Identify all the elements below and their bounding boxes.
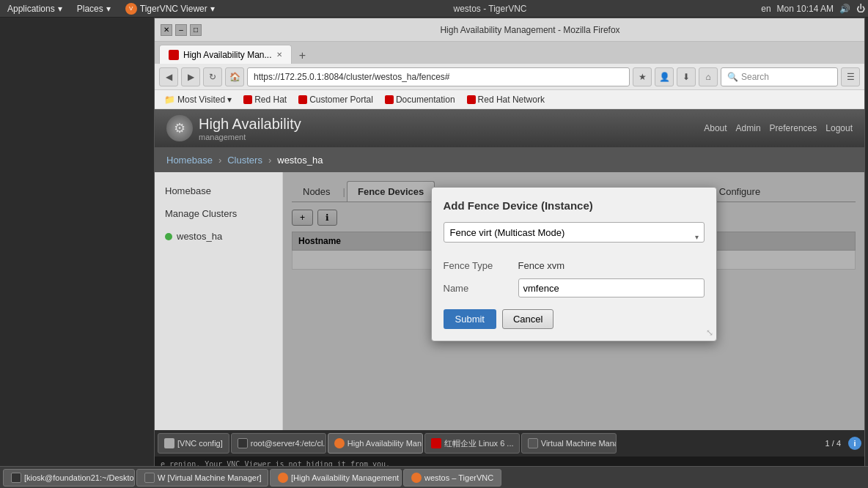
terminal-icon <box>238 438 248 448</box>
window-title: westos - TigerVNC <box>454 4 527 14</box>
ha-main: Homebase Manage Clusters westos_ha Nodes <box>155 172 864 430</box>
firefox-task-icon <box>278 473 288 483</box>
ha-header: ⚙ High Availability management About Adm… <box>155 109 864 147</box>
download-button[interactable]: ⬇ <box>677 67 696 86</box>
header-logout-link[interactable]: Logout <box>825 123 853 133</box>
new-tab-button[interactable]: + <box>295 48 311 64</box>
power-icon[interactable]: ⏻ <box>856 4 865 14</box>
submit-button[interactable]: Submit <box>444 309 496 329</box>
header-about-link[interactable]: About <box>704 123 727 133</box>
tab-favicon <box>169 50 179 60</box>
bookmark-red-hat[interactable]: Red Hat <box>240 93 290 106</box>
bookmark-label: Documentation <box>396 95 455 105</box>
vm-manager-icon <box>528 438 538 448</box>
docs-favicon <box>385 95 394 104</box>
ff-close-button[interactable]: ✕ <box>161 24 172 36</box>
bookmark-label: Customer Portal <box>309 95 373 105</box>
volume-icon[interactable]: 🔊 <box>839 4 850 14</box>
redhat-favicon <box>243 95 252 104</box>
breadcrumb-clusters[interactable]: Clusters <box>227 155 262 166</box>
bookmark-label: Most Visited <box>177 95 225 105</box>
bookmark-icon: 📁 <box>164 95 175 105</box>
cluster-label: westos_ha <box>177 231 222 242</box>
name-label: Name <box>444 283 510 294</box>
sidebar-item-manage-clusters[interactable]: Manage Clusters <box>155 202 282 225</box>
ff-maximize-button[interactable]: □ <box>190 24 202 36</box>
modal-buttons: Submit Cancel <box>444 309 705 329</box>
vm-task-icon <box>144 473 155 483</box>
host-applications-menu[interactable]: Applications ▾ <box>3 2 67 15</box>
search-placeholder: Search <box>741 72 769 82</box>
chevron-down-icon: ▾ <box>106 4 111 14</box>
identity-button[interactable]: 👤 <box>655 67 674 86</box>
sidebar-item-homebase[interactable]: Homebase <box>155 180 282 202</box>
vnc-task-terminal[interactable]: root@server4:/etc/cl... <box>231 433 326 454</box>
tab-close-button[interactable]: ✕ <box>276 51 282 59</box>
vnc-task-ha[interactable]: High Availability Man... <box>328 433 423 454</box>
breadcrumb-separator-1: › <box>218 155 221 166</box>
chevron-down-icon: ▾ <box>58 4 62 14</box>
bookmark-most-visited[interactable]: 📁 Most Visited ▾ <box>161 93 235 106</box>
host-task-vm-manager[interactable]: W [Virtual Machine Manager] <box>136 469 268 487</box>
time-display: Mon 10:14 AM <box>777 4 834 14</box>
ha-content-area: Nodes | Fence Devices | Failover Domains… <box>283 172 864 430</box>
host-taskbar: Applications ▾ Places ▾ V TigerVNC Viewe… <box>0 0 868 18</box>
header-admin-link[interactable]: Admin <box>736 123 761 133</box>
ha-logo-icon: ⚙ <box>166 115 193 141</box>
menu-button[interactable]: ☰ <box>841 67 860 86</box>
host-task-tigervnc[interactable]: westos – TigerVNC <box>403 469 501 487</box>
vnc-task-vm-manager[interactable]: Virtual Machine Mana... <box>521 433 617 454</box>
host-task-terminal[interactable]: [kiosk@foundation21:~/Desktop] <box>3 469 135 487</box>
host-places-menu[interactable]: Places ▾ <box>73 2 115 15</box>
bookmark-rhn[interactable]: Red Hat Network <box>463 93 548 106</box>
vnc-taskbar: [VNC config] root@server4:/etc/cl... Hig… <box>155 430 864 456</box>
places-label: Places <box>77 4 103 14</box>
host-task-firefox[interactable]: [High Availability Management – ... <box>270 469 402 487</box>
host-bottom-taskbar: [kiosk@foundation21:~/Desktop] W [Virtua… <box>0 466 868 488</box>
firefox-title: High Availability Management - Mozilla F… <box>202 25 858 35</box>
fence-type-value: Fence xvm <box>518 260 565 271</box>
fence-type-row: Fence Type Fence xvm <box>444 260 705 271</box>
header-preferences-link[interactable]: Preferences <box>770 123 817 133</box>
rhn-favicon <box>467 95 476 104</box>
host-tigervnc-menu[interactable]: V TigerVNC Viewer ▾ <box>121 1 219 16</box>
back-button[interactable]: ◀ <box>159 67 178 86</box>
fence-type-dropdown[interactable]: Fence virt (Multicast Mode) <box>444 222 705 243</box>
bookmark-label: Red Hat <box>254 95 287 105</box>
breadcrumb-separator-2: › <box>268 155 271 166</box>
url-bar[interactable]: https://172.25.0.1:8084/cluster/westos_h… <box>247 67 630 86</box>
home2-button[interactable]: ⌂ <box>699 67 718 86</box>
name-row: Name <box>444 278 705 297</box>
fence-type-dropdown-wrapper: Fence virt (Multicast Mode) ▾ <box>444 222 705 251</box>
tigervnc-label: TigerVNC Viewer <box>140 4 207 14</box>
vnc-task-rh-linux[interactable]: 红帽企业 Linux 6 ... <box>424 433 520 454</box>
ha-logo: ⚙ High Availability management <box>166 115 301 141</box>
forward-button[interactable]: ▶ <box>181 67 200 86</box>
firefox-toolbar: ◀ ▶ ↻ 🏠 https://172.25.0.1:8084/cluster/… <box>155 64 864 90</box>
firefox-tab-active[interactable]: High Availability Man... ✕ <box>159 45 292 64</box>
search-bar[interactable]: 🔍 Search <box>721 67 838 86</box>
bookmark-customer-portal[interactable]: Customer Portal <box>295 93 377 106</box>
cancel-button[interactable]: Cancel <box>502 309 553 329</box>
sidebar-cluster-westos-ha[interactable]: westos_ha <box>155 225 282 248</box>
lang-indicator: en <box>761 4 770 14</box>
breadcrumb: Homebase › Clusters › westos_ha <box>155 147 864 172</box>
breadcrumb-homebase[interactable]: Homebase <box>166 155 213 166</box>
ff-minimize-button[interactable]: – <box>175 24 187 36</box>
vnc-config-icon <box>164 438 174 448</box>
cluster-active-dot <box>165 233 172 240</box>
home-button[interactable]: 🏠 <box>225 67 244 86</box>
reload-button[interactable]: ↻ <box>203 67 222 86</box>
vnc-task-vnc-config[interactable]: [VNC config] <box>158 433 229 454</box>
url-text: https://172.25.0.1:8084/cluster/westos_h… <box>254 72 450 82</box>
ha-task-icon <box>334 438 345 448</box>
firefox-titlebar: ✕ – □ High Availability Management - Moz… <box>155 18 864 42</box>
bookmark-documentation[interactable]: Documentation <box>381 93 459 106</box>
name-input[interactable] <box>518 278 705 297</box>
vnc-info-icon[interactable]: i <box>848 437 861 450</box>
bookmark-star-button[interactable]: ★ <box>633 67 652 86</box>
resize-handle[interactable]: ⤡ <box>706 328 713 338</box>
ha-title: High Availability <box>199 116 301 133</box>
tab-label: High Availability Man... <box>183 50 272 60</box>
bookmark-label: Red Hat Network <box>478 95 545 105</box>
